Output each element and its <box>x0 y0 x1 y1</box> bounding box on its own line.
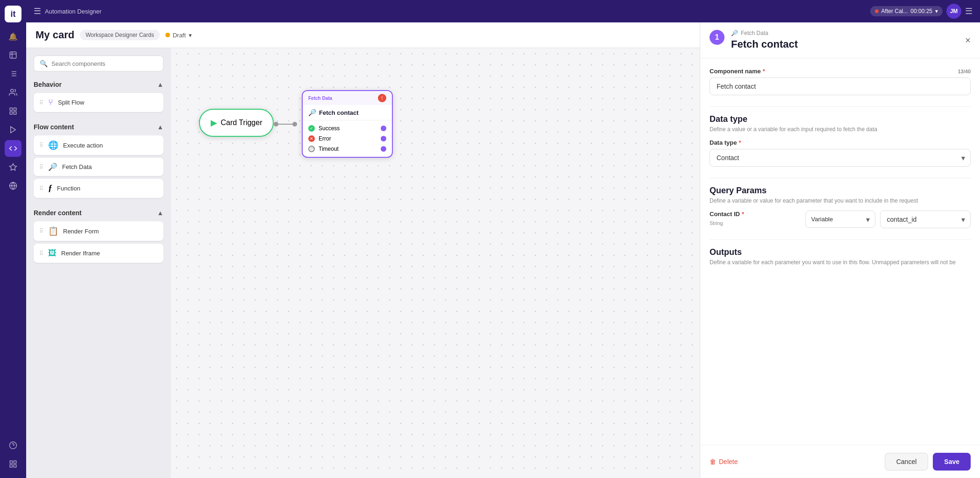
drag-handle: ⠿ <box>39 228 43 234</box>
fetch-data-icon: 🔎 <box>48 162 57 171</box>
search-box[interactable]: 🔍 <box>34 56 163 71</box>
var-type-wrapper: Variable Value Expression ▾ <box>805 211 875 228</box>
hamburger-icon[interactable]: ☰ <box>965 6 973 16</box>
nav-icon-runner[interactable] <box>5 121 21 138</box>
nav-icon-integration[interactable] <box>5 177 21 194</box>
fetch-node-title: 🔎 Fetch contact <box>303 105 392 120</box>
contact-id-value-select[interactable]: contact_id <box>880 211 971 228</box>
output-row-timeout: ⏱ Timeout <box>303 144 392 154</box>
component-name-section: Component name * 13/40 <box>710 68 971 95</box>
render-content-section: Render content ▲ ⠿ 📋 Render Form ⠿ 🖼 Ren… <box>34 209 163 263</box>
flow-content-section: Flow content ▲ ⠿ 🌐 Execute action ⠿ 🔎 Fe… <box>34 123 163 198</box>
delete-icon: 🗑 <box>710 458 716 465</box>
left-sidebar: it 🔔 <box>0 0 26 478</box>
nav-icon-dashboard[interactable] <box>5 103 21 120</box>
top-bar: ☰ Automation Designer After Cal... 00:00… <box>26 0 980 22</box>
right-panel: 1 🔎 Fetch Data Fetch contact × Component… <box>700 22 980 478</box>
nav-icon-bell[interactable]: 🔔 <box>5 28 21 45</box>
flow-content-section-header: Flow content ▲ <box>34 123 163 131</box>
success-connector[interactable] <box>381 126 386 131</box>
error-connector[interactable] <box>381 136 386 141</box>
panel-header: 1 🔎 Fetch Data Fetch contact × <box>700 22 980 58</box>
outputs-heading: Outputs <box>710 247 971 257</box>
fetch-node-type: Fetch Data <box>308 96 332 101</box>
card-trigger-node[interactable]: ▶ Card Trigger <box>199 109 274 137</box>
draft-status[interactable]: Draft ▾ <box>165 32 192 39</box>
fetch-data-label: Fetch Data <box>62 163 92 170</box>
footer-right: Cancel Save <box>885 453 971 471</box>
behavior-section-title: Behavior <box>34 81 62 88</box>
close-button[interactable]: × <box>965 35 971 46</box>
execute-action-icon: 🌐 <box>48 140 58 150</box>
split-flow-item[interactable]: ⠿ ⑂ Split Flow <box>34 93 163 112</box>
drag-handle: ⠿ <box>39 164 43 170</box>
behavior-section-header: Behavior ▲ <box>34 81 163 88</box>
svg-rect-16 <box>10 461 12 463</box>
timer-chevron[interactable]: ▾ <box>935 8 938 14</box>
function-label: Function <box>57 185 80 192</box>
render-form-item[interactable]: ⠿ 📋 Render Form <box>34 221 163 241</box>
designer-header: My card Workspace Designer Cards Draft ▾ <box>26 22 700 48</box>
output-label-success: Success <box>319 125 340 132</box>
render-iframe-item[interactable]: ⠿ 🖼 Render Iframe <box>34 244 163 263</box>
canvas: ▶ Card Trigger Fetch Data ! 🔎 <box>171 48 700 478</box>
search-input[interactable] <box>51 60 157 67</box>
required-star-name: * <box>763 68 765 75</box>
query-params-section: Query Params Define a variable or value … <box>710 186 971 228</box>
function-item[interactable]: ⠿ ƒ Function <box>34 179 163 198</box>
contact-id-row: Contact ID * String Variable Value Expre… <box>710 211 971 228</box>
query-params-heading: Query Params <box>710 186 971 196</box>
svg-rect-18 <box>14 465 16 467</box>
panel-header-left: 🔎 Fetch Data Fetch contact <box>731 30 798 50</box>
behavior-section: Behavior ▲ ⠿ ⑂ Split Flow <box>34 81 163 112</box>
delete-button[interactable]: 🗑 Delete <box>710 458 738 465</box>
svg-rect-7 <box>10 108 12 110</box>
render-iframe-icon: 🖼 <box>48 248 57 258</box>
data-type-section: Data type Define a value or a variable f… <box>710 114 971 167</box>
render-form-label: Render Form <box>63 228 99 235</box>
designer-label: Automation Designer <box>45 8 101 15</box>
step-indicator: 1 <box>710 30 724 45</box>
render-iframe-label: Render Iframe <box>61 250 100 257</box>
drag-handle: ⠿ <box>39 250 43 257</box>
split-flow-label: Split Flow <box>58 99 84 106</box>
data-type-select-wrapper: Contact Lead Account User ▾ <box>710 149 971 167</box>
fetch-node-name: Fetch contact <box>319 109 359 116</box>
fetch-data-type-icon: 🔎 <box>731 30 738 36</box>
data-type-select[interactable]: Contact Lead Account User <box>710 149 971 167</box>
nav-icon-users[interactable] <box>5 84 21 101</box>
designer-body: 🔍 Behavior ▲ ⠿ ⑂ Split Flow <box>26 48 700 478</box>
menu-icon[interactable]: ☰ <box>34 6 41 16</box>
flow-content-section-title: Flow content <box>34 123 74 131</box>
timeout-connector[interactable] <box>381 146 386 152</box>
char-count: 13/40 <box>958 69 971 74</box>
save-button[interactable]: Save <box>933 453 971 471</box>
cancel-button[interactable]: Cancel <box>885 453 929 471</box>
var-type-select[interactable]: Variable Value Expression <box>805 211 875 228</box>
svg-rect-8 <box>14 108 16 110</box>
fetch-data-item[interactable]: ⠿ 🔎 Fetch Data <box>34 158 163 176</box>
timer-label: After Cal... <box>881 8 908 14</box>
nav-icon-code[interactable] <box>5 140 21 157</box>
execute-action-item[interactable]: ⠿ 🌐 Execute action <box>34 135 163 155</box>
nav-icon-grid[interactable] <box>5 456 21 472</box>
nav-icon-flows[interactable] <box>5 47 21 63</box>
behavior-collapse-icon[interactable]: ▲ <box>157 81 163 88</box>
function-icon: ƒ <box>48 183 52 193</box>
output-label-error: Error <box>319 135 331 142</box>
component-name-input[interactable] <box>710 77 971 95</box>
search-icon: 🔍 <box>40 60 48 67</box>
nav-icon-help[interactable] <box>5 437 21 454</box>
fetch-node-header: Fetch Data ! <box>303 91 392 105</box>
user-avatar[interactable]: JM <box>946 4 961 19</box>
nav-icon-tools[interactable] <box>5 159 21 176</box>
nav-icon-list[interactable] <box>5 65 21 82</box>
fetch-contact-node[interactable]: Fetch Data ! 🔎 Fetch contact ✓ Success <box>302 90 393 158</box>
split-flow-icon: ⑂ <box>48 98 53 107</box>
panel-type: 🔎 Fetch Data <box>731 30 798 36</box>
flow-content-collapse-icon[interactable]: ▲ <box>157 123 163 131</box>
contact-id-value-wrapper: contact_id ▾ <box>880 211 971 228</box>
render-content-collapse-icon[interactable]: ▲ <box>157 209 163 217</box>
contact-id-label-col: Contact ID * String <box>710 211 801 226</box>
required-star-cid: * <box>742 211 744 218</box>
